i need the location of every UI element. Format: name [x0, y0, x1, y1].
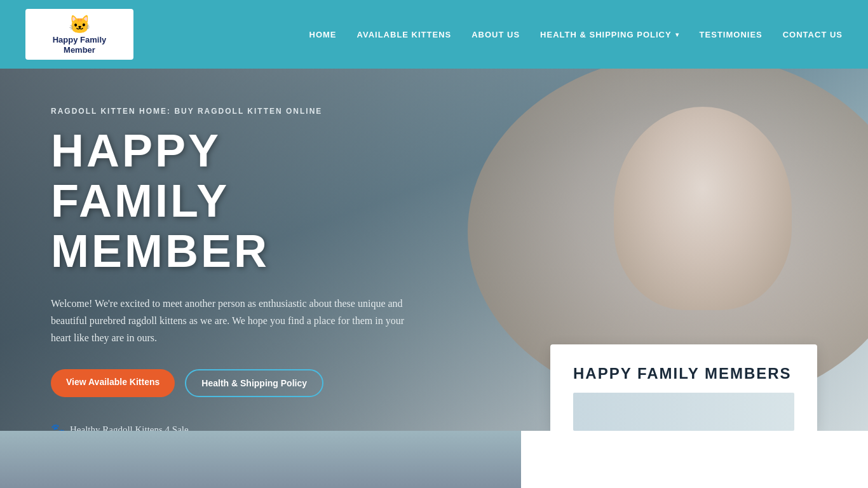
nav-item-available-kittens[interactable]: Available Kittens — [357, 30, 452, 39]
hero-title: Happy Family Member — [51, 126, 407, 277]
nav-item-home[interactable]: Home — [309, 30, 337, 39]
health-shipping-button[interactable]: Health & Shipping Policy — [185, 369, 323, 397]
bottom-left-area — [0, 431, 521, 488]
logo-area[interactable]: 🐱 Happy Family Member — [25, 9, 133, 60]
card-image — [573, 393, 794, 431]
list-item: 🐾 Healthy Ragdoll Kittens 4 Sale — [51, 423, 189, 431]
hero-description: Welcome! We're excited to meet another p… — [51, 295, 407, 347]
hero-buttons: View Available Kittens Health & Shipping… — [51, 369, 407, 397]
hero-cat-face — [614, 107, 792, 310]
hero-list: 🐾 Healthy Ragdoll Kittens 4 Sale — [51, 423, 407, 431]
site-header: 🐱 Happy Family Member Home Available Kit… — [0, 0, 868, 69]
hero-subtitle: Ragdoll Kitten Home: Buy Ragdoll Kitten … — [51, 107, 407, 116]
site-logo[interactable]: 🐱 Happy Family Member — [25, 9, 133, 60]
nav-item-contact-us[interactable]: Contact Us — [783, 30, 843, 39]
chevron-down-icon: ▾ — [675, 31, 679, 38]
paw-icon: 🐾 — [51, 423, 65, 431]
hero-section: Ragdoll Kitten Home: Buy Ragdoll Kitten … — [0, 69, 868, 431]
view-kittens-button[interactable]: View Available Kittens — [51, 369, 175, 397]
nav-item-health-shipping[interactable]: Health & Shipping Policy ▾ — [540, 30, 679, 39]
logo-cat-icon: 🐱 — [53, 14, 107, 35]
nav-item-testimonies[interactable]: Testimonies — [700, 30, 763, 39]
card-title: Happy Family Members — [573, 365, 794, 383]
bottom-right-area — [521, 431, 868, 488]
bottom-section — [0, 431, 868, 488]
logo-text: Happy Family Member — [53, 35, 107, 55]
main-nav: Home Available Kittens About Us Health &… — [309, 30, 843, 39]
nav-item-about-us[interactable]: About Us — [471, 30, 520, 39]
happy-family-card: Happy Family Members — [550, 344, 817, 431]
hero-content: Ragdoll Kitten Home: Buy Ragdoll Kitten … — [0, 69, 458, 431]
